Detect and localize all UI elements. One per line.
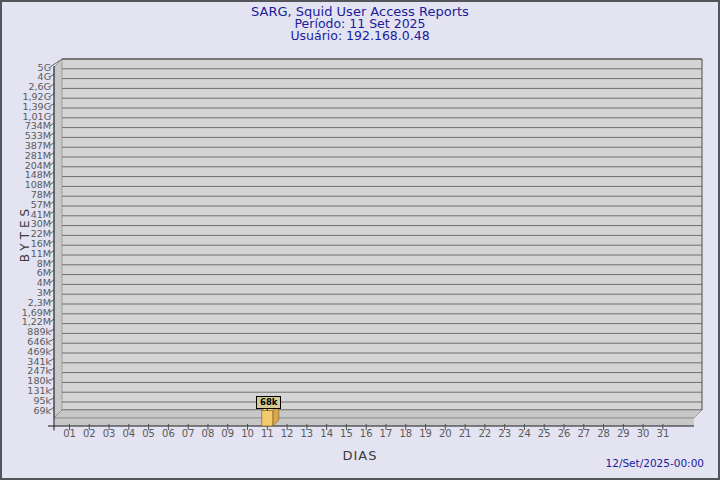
x-tick-label: 10 — [241, 428, 254, 439]
axis-floor-3d — [54, 410, 702, 418]
x-tick-label: 11 — [261, 428, 274, 439]
bytes-per-day-chart: 5G4G2,6G1,92G1,39G1,01G734M533M387M281M2… — [0, 0, 720, 480]
x-tick-label: 17 — [380, 428, 393, 439]
x-tick-label: 15 — [340, 428, 353, 439]
x-tick-label: 16 — [360, 428, 373, 439]
x-tick-label: 26 — [558, 428, 571, 439]
x-tick-label: 02 — [83, 428, 96, 439]
axis-wall-3d — [54, 59, 62, 418]
sarg-report-page: SARG, Squid User Access Reports Período:… — [0, 0, 720, 480]
chart-back-plane — [62, 59, 702, 410]
x-tick-label: 14 — [320, 428, 333, 439]
x-tick-label: 25 — [538, 428, 551, 439]
x-tick-label: 21 — [459, 428, 472, 439]
x-tick-label: 09 — [221, 428, 234, 439]
x-tick-label: 18 — [399, 428, 412, 439]
x-tick-label: 12 — [281, 428, 294, 439]
generated-timestamp: 12/Set/2025-00:00 — [606, 457, 704, 469]
x-tick-label: 31 — [657, 428, 670, 439]
x-tick-label: 08 — [202, 428, 215, 439]
x-tick-label: 06 — [162, 428, 175, 439]
x-tick-label: 03 — [103, 428, 116, 439]
x-tick-label: 23 — [498, 428, 511, 439]
x-tick-label: 01 — [63, 428, 76, 439]
x-tick-label: 13 — [300, 428, 313, 439]
axis-floor-front — [54, 418, 694, 426]
x-tick-labels: 0102030405060708091011121314151617181920… — [63, 428, 669, 439]
x-tick-label: 04 — [122, 428, 135, 439]
x-tick-label: 19 — [419, 428, 432, 439]
bar-front-face — [262, 410, 273, 426]
y-tick-label: 69k — [33, 405, 51, 416]
x-tick-label: 20 — [439, 428, 452, 439]
y-axis-title: BYTES — [18, 189, 33, 279]
bar-value-callout: 68k — [256, 396, 281, 409]
x-tick-label: 27 — [577, 428, 590, 439]
x-tick-label: 07 — [182, 428, 195, 439]
x-tick-label: 28 — [597, 428, 610, 439]
x-tick-label: 24 — [518, 428, 531, 439]
x-tick-label: 05 — [142, 428, 155, 439]
x-tick-label: 29 — [617, 428, 630, 439]
x-tick-label: 30 — [637, 428, 650, 439]
x-tick-label: 22 — [479, 428, 492, 439]
